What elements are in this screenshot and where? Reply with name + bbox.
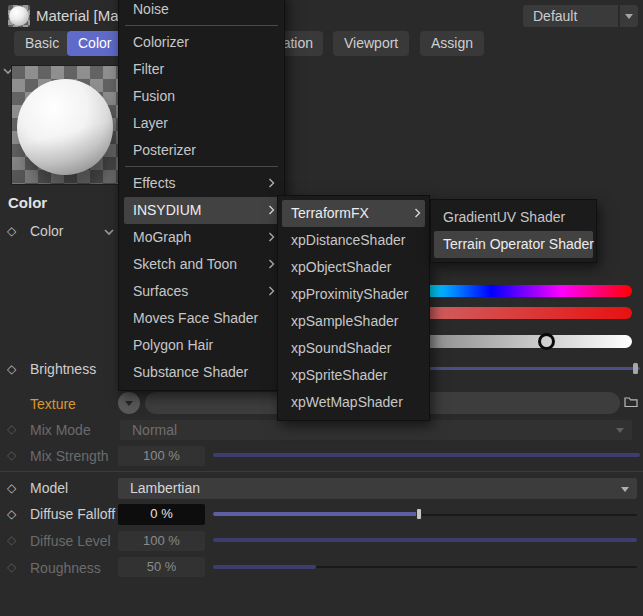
menu-item-terrain-operator-shader[interactable]: Terrain Operator Shader <box>434 231 593 258</box>
chevron-down-icon <box>616 428 624 433</box>
brightness-label: Brightness <box>30 361 96 377</box>
preset-dropdown[interactable]: Default <box>523 5 618 27</box>
material-editor-window: Material [Mat. Default Basic Color ation… <box>0 0 643 616</box>
menu-item-substance-shader[interactable]: Substance Shader <box>124 359 279 386</box>
mix-strength-value: 100 % <box>118 446 205 466</box>
diffuse-falloff-slider-fill[interactable] <box>213 512 419 516</box>
keyframe-diamond-roughness: ◇ <box>7 560 16 574</box>
menu-item-layer[interactable]: Layer <box>124 110 279 137</box>
mix-mode-label: Mix Mode <box>30 422 91 438</box>
menu-item-mograph[interactable]: MoGraph <box>124 224 279 251</box>
preview-shading <box>12 66 118 184</box>
mix-mode-value: Normal <box>132 422 177 438</box>
insydium-submenu: TerraformFX xpDistanceShader xpObjectSha… <box>277 195 430 421</box>
tab-basic[interactable]: Basic <box>14 31 70 56</box>
chevron-down-icon[interactable] <box>103 228 115 236</box>
menu-item-polygon-hair[interactable]: Polygon Hair <box>124 332 279 359</box>
menu-item-posterizer[interactable]: Posterizer <box>124 137 279 164</box>
keyframe-diamond-diffuse-level: ◇ <box>7 533 16 547</box>
model-label: Model <box>30 480 68 496</box>
menu-item-xpobjectshader[interactable]: xpObjectShader <box>282 254 425 281</box>
chevron-right-icon <box>268 204 275 216</box>
keyframe-diamond-color[interactable]: ◇ <box>7 224 16 238</box>
material-thumbnail-icon <box>8 5 30 27</box>
chevron-right-icon <box>268 231 275 243</box>
model-value: Lambertian <box>130 480 200 496</box>
color-property-label: Color <box>30 223 63 239</box>
value-slider-handle[interactable] <box>538 333 555 350</box>
roughness-label: Roughness <box>30 560 101 576</box>
keyframe-diamond-mix-mode: ◇ <box>7 422 16 436</box>
texture-shader-menu-button[interactable] <box>118 392 140 414</box>
menu-item-insydium[interactable]: INSYDIUM <box>124 197 279 224</box>
texture-label: Texture <box>30 396 76 412</box>
diffuse-level-slider <box>213 538 637 542</box>
menu-item-label: MoGraph <box>133 229 191 245</box>
menu-item-label: INSYDIUM <box>133 202 201 218</box>
tab-color[interactable]: Color <box>67 31 122 56</box>
section-title: Color <box>8 194 47 211</box>
keyframe-diamond-mix-strength: ◇ <box>7 448 16 462</box>
mix-strength-slider <box>213 453 640 457</box>
mix-mode-dropdown: Normal <box>120 420 632 440</box>
shader-context-menu: Noise Colorizer Filter Fusion Layer Post… <box>118 0 285 391</box>
menu-item-xpproximityshader[interactable]: xpProximityShader <box>282 281 425 308</box>
menu-item-xpsoundshader[interactable]: xpSoundShader <box>282 335 425 362</box>
menu-item-surfaces[interactable]: Surfaces <box>124 278 279 305</box>
keyframe-diamond-diffuse-falloff[interactable]: ◇ <box>7 507 16 521</box>
menu-item-terraformfx[interactable]: TerraformFX <box>282 200 425 227</box>
material-preview[interactable] <box>12 66 118 184</box>
menu-item-noise[interactable]: Noise <box>124 0 279 23</box>
chevron-down-icon <box>621 487 629 492</box>
menu-item-colorizer[interactable]: Colorizer <box>124 29 279 56</box>
menu-item-label: Effects <box>133 175 176 191</box>
chevron-right-icon <box>414 207 421 219</box>
mix-strength-label: Mix Strength <box>30 448 109 464</box>
preset-dropdown-arrow-button[interactable] <box>620 5 638 27</box>
menu-item-gradientuv-shader[interactable]: GradientUV Shader <box>434 204 593 231</box>
model-dropdown[interactable]: Lambertian <box>118 478 637 499</box>
chevron-down-icon <box>625 14 633 19</box>
roughness-slider-fill <box>213 565 316 569</box>
menu-item-fusion[interactable]: Fusion <box>124 83 279 110</box>
chevron-down-icon <box>125 401 133 406</box>
menu-item-xpspriteshader[interactable]: xpSpriteShader <box>282 362 425 389</box>
tab-assign[interactable]: Assign <box>420 31 484 56</box>
menu-item-label: Surfaces <box>133 283 188 299</box>
chevron-right-icon <box>268 285 275 297</box>
chevron-right-icon <box>268 177 275 189</box>
menu-item-label: TerraformFX <box>291 205 369 221</box>
keyframe-diamond-model[interactable]: ◇ <box>7 481 16 495</box>
diffuse-level-label: Diffuse Level <box>30 533 111 549</box>
menu-item-moves-face-shader[interactable]: Moves Face Shader <box>124 305 279 332</box>
terraformfx-submenu: GradientUV Shader Terrain Operator Shade… <box>430 199 597 263</box>
chevron-right-icon <box>268 258 275 270</box>
folder-icon[interactable] <box>623 395 639 409</box>
menu-item-sketch-and-toon[interactable]: Sketch and Toon <box>124 251 279 278</box>
brightness-slider-handle[interactable] <box>633 363 638 374</box>
menu-item-filter[interactable]: Filter <box>124 56 279 83</box>
menu-item-xpsampleshader[interactable]: xpSampleShader <box>282 308 425 335</box>
menu-separator <box>125 166 278 167</box>
tab-viewport[interactable]: Viewport <box>333 31 409 56</box>
roughness-value: 50 % <box>118 557 205 577</box>
keyframe-diamond-brightness[interactable]: ◇ <box>7 362 16 376</box>
menu-item-effects[interactable]: Effects <box>124 170 279 197</box>
diffuse-level-value: 100 % <box>118 531 205 551</box>
menu-item-xpwetmapshader[interactable]: xpWetMapShader <box>282 389 425 416</box>
diffuse-falloff-slider-handle[interactable] <box>416 508 422 520</box>
window-title: Material [Mat. <box>36 7 127 24</box>
menu-item-label: Sketch and Toon <box>133 256 237 272</box>
separator <box>0 471 643 472</box>
roughness-slider-track <box>316 566 637 568</box>
menu-separator <box>125 25 278 26</box>
diffuse-falloff-label: Diffuse Falloff <box>30 506 115 522</box>
diffuse-falloff-value[interactable]: 0 % <box>118 504 205 525</box>
menu-item-xpdistanceshader[interactable]: xpDistanceShader <box>282 227 425 254</box>
